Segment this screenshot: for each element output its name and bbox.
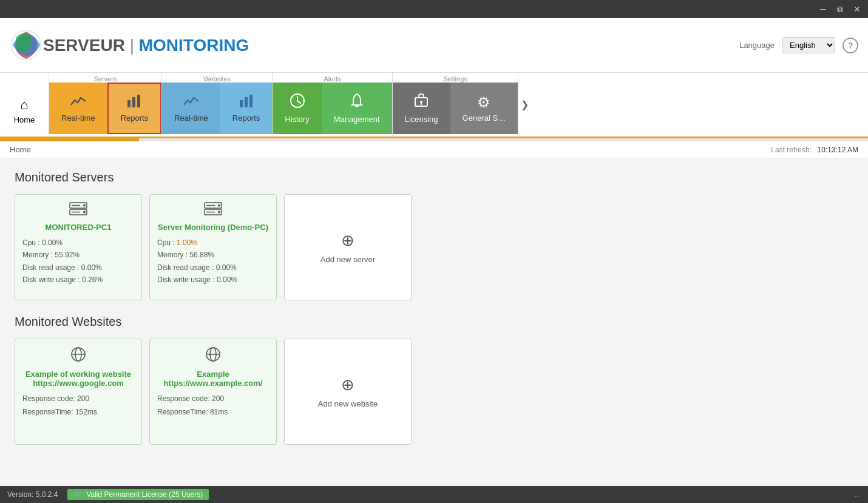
websites-realtime-label: Real-time <box>174 113 208 123</box>
websites-reports-label: Reports <box>232 113 260 123</box>
nav-item-servers-reports[interactable]: Reports <box>107 83 162 134</box>
svg-rect-1 <box>127 100 131 107</box>
add-server-icon: ⊕ <box>341 231 354 250</box>
server-card-monitored-pc1[interactable]: MONITORED-PC1 Cpu : 0.00% Memory : 55.92… <box>15 194 142 300</box>
server-disk-write-1: Disk write usage : 0.26% <box>22 274 134 286</box>
language-label: Language <box>739 41 775 50</box>
help-button[interactable]: ? <box>843 38 858 53</box>
servers-realtime-label: Real-time <box>61 113 95 123</box>
close-button[interactable]: ✕ <box>851 3 863 15</box>
server-disk-read-1: Disk read usage : 0.00% <box>22 262 134 274</box>
nav-item-home[interactable]: ⌂ Home <box>0 85 49 137</box>
svg-point-20 <box>218 204 220 207</box>
website-card-stats-1: Response code: 200 ResponseTime: 152ms <box>22 393 134 419</box>
minimize-button[interactable]: ─ <box>817 3 829 15</box>
settings-general-icon: ⚙ <box>477 94 490 111</box>
server-disk-write-2: Disk write usage : 0.00% <box>157 274 269 286</box>
servers-reports-label: Reports <box>121 113 149 123</box>
settings-licensing-icon <box>414 93 429 112</box>
website-card-google[interactable]: Example of working website https://www.g… <box>15 339 142 445</box>
nav-group-servers: Servers Real-time Reports <box>49 73 162 137</box>
website-card-name-1: Example of working website https://www.g… <box>22 370 134 388</box>
svg-point-22 <box>218 211 220 214</box>
nav-arrow-right[interactable]: ❯ <box>518 73 531 137</box>
logo-serveur: SERVEUR <box>43 36 125 55</box>
servers-realtime-icon <box>70 94 87 111</box>
monitored-websites-row: Example of working website https://www.g… <box>15 339 853 445</box>
status-bar: Version: 5.0.2.4 🛒 Valid Permanent Licen… <box>0 486 868 490</box>
refresh-info: Last refresh: 10:13:12 AM <box>771 145 858 154</box>
alerts-management-label: Management <box>334 115 380 124</box>
website-response-time-2: ResponseTime: 81ms <box>157 406 269 419</box>
license-badge: 🛒 Valid Permanent License (25 Users) <box>67 489 209 490</box>
title-bar: ─ ⧉ ✕ <box>0 0 868 18</box>
server-card-demo-pc[interactable]: Server Monitoring (Demo-PC) Cpu : 1.00% … <box>149 194 277 300</box>
server-disk-read-2: Disk read usage : 0.00% <box>157 262 269 274</box>
nav-item-settings-licensing[interactable]: Licensing <box>393 83 450 134</box>
servers-group-label: Servers <box>49 73 161 83</box>
website-response-time-1: ResponseTime: 152ms <box>22 406 134 419</box>
website-card-icon-2 <box>157 346 269 366</box>
nav-item-servers-realtime[interactable]: Real-time <box>49 83 107 134</box>
logo-area: SERVEUR | MONITORING <box>10 29 739 62</box>
settings-licensing-label: Licensing <box>405 115 438 124</box>
nav-group-settings: Settings Licensing ⚙ General S… <box>393 73 518 137</box>
svg-rect-6 <box>249 95 253 107</box>
server-card-icon-2 <box>157 202 269 219</box>
alerts-group-label: Alerts <box>273 73 392 83</box>
add-website-card[interactable]: ⊕ Add new website <box>284 339 412 445</box>
monitored-websites-title: Monitored Websites <box>15 315 853 329</box>
server-card-stats-2: Cpu : 1.00% Memory : 56.88% Disk read us… <box>157 237 269 286</box>
monitored-servers-row: MONITORED-PC1 Cpu : 0.00% Memory : 55.92… <box>15 194 853 300</box>
last-refresh-value: 10:13:12 AM <box>818 146 858 154</box>
breadcrumb: Home <box>10 145 31 154</box>
alerts-group-items: History Management <box>273 83 392 137</box>
svg-rect-5 <box>245 97 248 107</box>
server-memory-1: Memory : 55.92% <box>22 249 134 261</box>
logo-monitoring: MONITORING <box>139 36 249 55</box>
add-server-card[interactable]: ⊕ Add new server <box>284 194 412 300</box>
main-content: Monitored Servers MONITORED-PC1 Cpu : 0.… <box>0 158 868 490</box>
restore-button[interactable]: ⧉ <box>834 3 846 15</box>
website-response-code-1: Response code: 200 <box>22 393 134 406</box>
settings-group-items: Licensing ⚙ General S… <box>393 83 518 137</box>
nav-item-settings-general[interactable]: ⚙ General S… <box>450 83 518 134</box>
svg-rect-4 <box>240 100 243 107</box>
server-cpu-1: Cpu : 0.00% <box>22 237 134 249</box>
server-card-icon-1 <box>22 202 134 219</box>
websites-group-items: Real-time Reports <box>162 83 272 137</box>
monitored-servers-title: Monitored Servers <box>15 170 853 184</box>
language-select[interactable]: English Français Español Deutsch <box>782 37 835 53</box>
server-cpu-2: Cpu : 1.00% <box>157 237 269 249</box>
nav-item-alerts-management[interactable]: Management <box>322 83 392 134</box>
nav-group-alerts: Alerts History Management <box>273 73 392 137</box>
alerts-history-icon <box>290 93 305 112</box>
breadcrumb-bar: Home Last refresh: 10:13:12 AM <box>0 141 868 158</box>
nav-home-label: Home <box>14 115 35 124</box>
website-card-name-2: Example https://www.example.com/ <box>157 370 269 388</box>
website-card-icon-1 <box>22 346 134 366</box>
alerts-management-icon <box>350 93 364 112</box>
nav-item-alerts-history[interactable]: History <box>273 83 321 134</box>
svg-rect-3 <box>137 95 140 107</box>
svg-rect-2 <box>132 97 135 107</box>
nav-group-websites: Websites Real-time Reports <box>162 73 273 137</box>
servers-group-items: Real-time Reports <box>49 83 161 137</box>
nav-item-websites-realtime[interactable]: Real-time <box>162 83 220 134</box>
home-icon: ⌂ <box>20 97 28 113</box>
nav-item-websites-reports[interactable]: Reports <box>220 83 273 134</box>
svg-point-16 <box>83 211 86 214</box>
alerts-history-label: History <box>285 115 309 124</box>
server-card-stats-1: Cpu : 0.00% Memory : 55.92% Disk read us… <box>22 237 134 286</box>
servers-reports-icon <box>126 94 142 111</box>
server-memory-2: Memory : 56.88% <box>157 249 269 261</box>
add-website-icon: ⊕ <box>341 376 354 394</box>
websites-realtime-icon <box>183 94 200 111</box>
server-card-name-2: Server Monitoring (Demo-PC) <box>157 223 269 232</box>
svg-point-14 <box>83 204 86 207</box>
website-response-code-2: Response code: 200 <box>157 393 269 406</box>
logo-icon <box>10 29 43 62</box>
website-card-example[interactable]: Example https://www.example.com/ Respons… <box>149 339 277 445</box>
header-right: Language English Français Español Deutsc… <box>739 37 858 53</box>
settings-group-label: Settings <box>393 73 518 83</box>
